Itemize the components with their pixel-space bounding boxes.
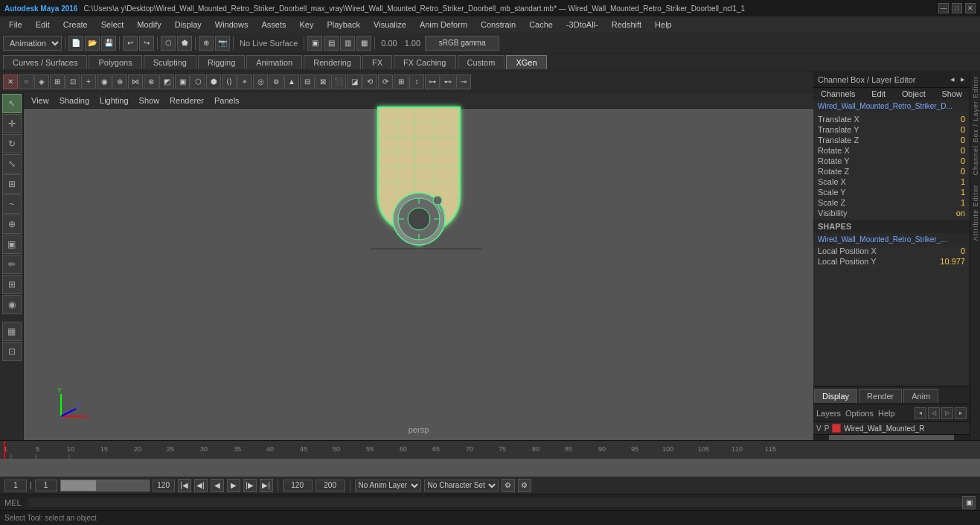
tool-icon-5[interactable]: ⊡: [65, 74, 80, 89]
layer-icon-4[interactable]: ▸: [955, 407, 967, 419]
menu-animdeform[interactable]: Anim Deform: [414, 19, 473, 31]
minimize-button[interactable]: —: [938, 3, 949, 13]
panel-tab-anim[interactable]: Anim: [903, 389, 938, 403]
timeline-track[interactable]: [0, 459, 980, 477]
tool-icon-18[interactable]: ⊚: [269, 74, 284, 89]
cb-menu-show[interactable]: Show: [938, 89, 965, 98]
universal-tool-icon[interactable]: ⊞: [2, 174, 22, 194]
attr-translate-z-value[interactable]: 0: [935, 136, 965, 144]
menu-key[interactable]: Key: [293, 19, 319, 31]
attr-rotate-x-value[interactable]: 0: [935, 146, 965, 155]
viewport-3d[interactable]: View Shading Lighting Show Renderer Pane…: [24, 92, 813, 440]
tool-icon-16[interactable]: ⌖: [237, 74, 252, 89]
tool-icon-13[interactable]: ⬡: [190, 74, 205, 89]
region-icon[interactable]: ▣: [2, 235, 22, 254]
scale-tool-icon[interactable]: ⤡: [2, 154, 22, 174]
attr-translate-x-value[interactable]: 0: [935, 115, 965, 124]
tab-xgen[interactable]: XGen: [506, 55, 546, 69]
tool-icon-20[interactable]: ⊟: [300, 74, 315, 89]
step-back-button[interactable]: ◀|: [194, 479, 208, 492]
layer-icon-1[interactable]: ◂: [915, 407, 926, 419]
tab-sculpting[interactable]: Sculpting: [144, 55, 196, 69]
script-run-button[interactable]: ▣: [962, 496, 976, 509]
tool-icon-27[interactable]: ↕: [409, 74, 424, 89]
vp-menu-renderer[interactable]: Renderer: [165, 95, 208, 106]
attribute-editor-side-label[interactable]: Attribute Editor: [971, 180, 980, 246]
tool-icon-30[interactable]: ⊸: [456, 74, 471, 89]
layer-icon[interactable]: ▦: [2, 322, 22, 341]
anim-end-input[interactable]: [283, 480, 313, 491]
anim-layer-select[interactable]: No Anim Layer: [355, 480, 421, 491]
tool-icon-26[interactable]: ⊞: [394, 74, 409, 89]
save-file-button[interactable]: 💾: [101, 36, 116, 51]
select-button[interactable]: ⬡: [161, 36, 176, 51]
tab-curves[interactable]: Curves / Surfaces: [3, 55, 87, 69]
soft-mod-icon[interactable]: ~: [2, 194, 22, 214]
timeline-ruler[interactable]: 1 5 10 15 20 25 30 35 40 45 50 55 60 65 …: [0, 441, 980, 459]
range-slider[interactable]: [60, 480, 150, 491]
collapse-icon[interactable]: ◂: [950, 74, 955, 84]
redo-button[interactable]: ↪: [139, 36, 154, 51]
panel-tab-render[interactable]: Render: [859, 389, 902, 403]
tool-icon-28[interactable]: ⊶: [425, 74, 440, 89]
tool-icon-17[interactable]: ◎: [253, 74, 268, 89]
viewport-btn2[interactable]: ▤: [324, 36, 339, 51]
workspace-select[interactable]: Animation: [3, 36, 62, 51]
menu-select[interactable]: Select: [95, 19, 130, 31]
paint-icon[interactable]: ✏: [2, 255, 22, 274]
lasso-button[interactable]: ⬟: [177, 36, 192, 51]
new-file-button[interactable]: 📄: [68, 36, 83, 51]
tool-icon-19[interactable]: ▲: [284, 74, 299, 89]
menu-playback[interactable]: Playback: [321, 19, 366, 31]
attr-scale-z-value[interactable]: 1: [935, 198, 965, 207]
menu-create[interactable]: Create: [57, 19, 94, 31]
tab-fx[interactable]: FX: [362, 55, 392, 69]
tool-icon-29[interactable]: ⊷: [441, 74, 455, 89]
viewport-btn3[interactable]: ▥: [340, 36, 355, 51]
tab-polygons[interactable]: Polygons: [89, 55, 141, 69]
layers-menu-help[interactable]: Help: [878, 409, 895, 418]
menu-redshift[interactable]: Redshift: [606, 19, 647, 31]
anim-max-input[interactable]: [316, 480, 345, 491]
layer-icon-2[interactable]: ◁: [928, 407, 940, 419]
tab-custom[interactable]: Custom: [458, 55, 505, 69]
tool-icon-12[interactable]: ▣: [175, 74, 190, 89]
script-input[interactable]: [28, 498, 962, 507]
menu-cache[interactable]: Cache: [523, 19, 559, 31]
menu-help[interactable]: Help: [649, 19, 678, 31]
menu-visualize[interactable]: Visualize: [368, 19, 412, 31]
layers-menu-options[interactable]: Options: [845, 409, 874, 418]
layer-visibility-toggle[interactable]: V: [816, 424, 822, 433]
close-button[interactable]: ✕: [965, 3, 976, 13]
layer-playback-toggle[interactable]: P: [824, 424, 830, 433]
select-tool-icon[interactable]: ↖: [2, 94, 22, 113]
tab-rigging[interactable]: Rigging: [198, 55, 245, 69]
range-start-input[interactable]: [35, 480, 57, 491]
tab-animation[interactable]: Animation: [246, 55, 302, 69]
panel-tab-display[interactable]: Display: [814, 389, 857, 403]
move-tool-icon[interactable]: ✛: [2, 114, 22, 133]
tool-icon-9[interactable]: ⋈: [128, 74, 143, 89]
channel-box-side-label[interactable]: Channel Box / Layer Editor: [971, 71, 980, 180]
colorspace-selector[interactable]: sRGB gamma: [425, 36, 499, 51]
vp-menu-shading[interactable]: Shading: [55, 95, 94, 106]
current-frame-input[interactable]: [4, 480, 27, 491]
viewport-btn4[interactable]: ▦: [356, 36, 371, 51]
vp-menu-view[interactable]: View: [27, 95, 54, 106]
expand-icon[interactable]: ▸: [961, 74, 965, 84]
cb-menu-object[interactable]: Object: [899, 89, 929, 98]
char-set-settings[interactable]: ⚙: [518, 479, 531, 492]
menu-assets[interactable]: Assets: [255, 19, 292, 31]
play-forward-button[interactable]: ▶: [227, 479, 240, 492]
menu-windows[interactable]: Windows: [209, 19, 254, 31]
tool-icon-25[interactable]: ⟳: [378, 74, 393, 89]
vp-menu-panels[interactable]: Panels: [210, 95, 244, 106]
char-set-select[interactable]: No Character Set: [424, 480, 499, 491]
layer-scrollbar-thumb[interactable]: [829, 435, 954, 440]
tool-icon-8[interactable]: ⊕: [112, 74, 127, 89]
local-pos-x-value[interactable]: 0: [935, 246, 965, 255]
snap-grid-icon[interactable]: ⊞: [2, 275, 22, 294]
show-manip-icon[interactable]: ⊕: [2, 214, 22, 234]
vp-menu-lighting[interactable]: Lighting: [95, 95, 133, 106]
range-end-input[interactable]: [153, 480, 175, 491]
